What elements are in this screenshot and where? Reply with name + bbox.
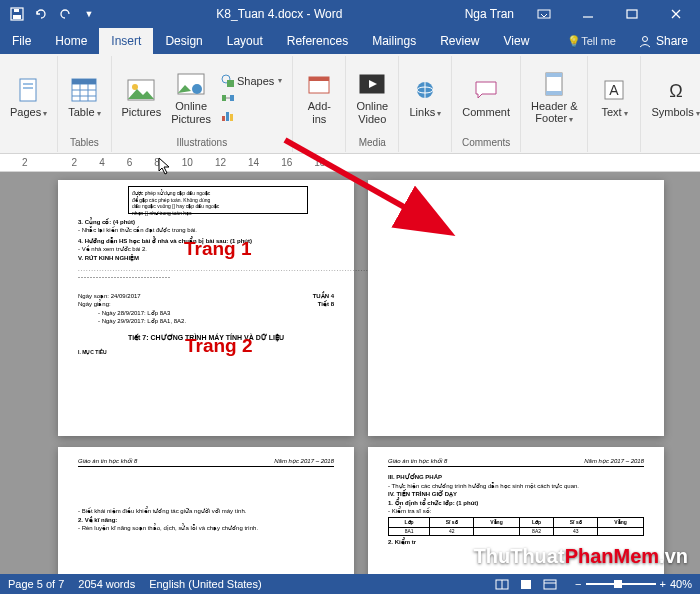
save-icon[interactable] (6, 3, 28, 25)
pictures-icon (127, 76, 155, 104)
minimize-icon[interactable] (568, 0, 608, 28)
tab-view[interactable]: View (492, 28, 542, 54)
tab-design[interactable]: Design (153, 28, 214, 54)
group-label-tables: Tables (70, 137, 99, 150)
addins-label: Add- ins (308, 100, 331, 124)
zoom-level[interactable]: 40% (670, 578, 692, 590)
symbols-button[interactable]: Ω Symbols▾ (647, 74, 700, 121)
svg-rect-9 (20, 79, 36, 101)
text-button[interactable]: A Text▾ (594, 74, 634, 121)
redo-icon[interactable] (54, 3, 76, 25)
page-indicator[interactable]: Page 5 of 7 (8, 578, 64, 590)
header-footer-button[interactable]: Header & Footer▾ (527, 68, 581, 127)
svg-rect-45 (521, 580, 531, 589)
zoom-in-icon[interactable]: + (660, 578, 666, 590)
chart-button[interactable] (217, 107, 286, 123)
ribbon-options-icon[interactable] (524, 0, 564, 28)
svg-rect-2 (14, 9, 19, 12)
page-content: Giáo án tin học khối 8Năm học 2017 – 201… (58, 447, 354, 543)
links-button[interactable]: Links▾ (405, 74, 445, 121)
comment-label: Comment (462, 106, 510, 118)
header-footer-label: Header & Footer▾ (531, 100, 577, 125)
svg-rect-1 (13, 15, 21, 19)
chart-icon (221, 108, 235, 122)
group-pages: Pages▾ (0, 56, 58, 152)
online-video-button[interactable]: Online Video (352, 68, 392, 126)
tell-me-label: Tell me (581, 35, 616, 47)
svg-rect-25 (222, 95, 226, 101)
header-footer-icon (540, 70, 568, 98)
share-button[interactable]: Share (628, 28, 700, 54)
close-icon[interactable] (656, 0, 696, 28)
online-pictures-label: Online Pictures (171, 100, 211, 124)
table-button[interactable]: Table▾ (64, 74, 104, 121)
group-label-pages (27, 137, 30, 150)
qat-customize-icon[interactable]: ▼ (78, 3, 100, 25)
read-mode-icon[interactable] (491, 576, 513, 592)
watermark: ThuThuatPhanMem.vn (474, 545, 688, 568)
smartart-icon (221, 91, 235, 105)
group-header-footer: Header & Footer▾ (521, 56, 588, 152)
zoom-slider[interactable] (586, 583, 656, 585)
svg-rect-26 (230, 95, 234, 101)
group-label-text (613, 137, 616, 150)
shapes-icon (221, 74, 235, 88)
tab-file[interactable]: File (0, 28, 43, 54)
print-layout-icon[interactable] (515, 576, 537, 592)
page-2[interactable]: Giáo án tin học khối 8Năm học 2017 – 201… (58, 447, 354, 574)
statusbar: Page 5 of 7 2054 words English (United S… (0, 574, 700, 594)
zoom-out-icon[interactable]: − (575, 578, 581, 590)
word-count[interactable]: 2054 words (78, 578, 135, 590)
svg-text:Ω: Ω (669, 81, 682, 101)
svg-rect-46 (544, 580, 556, 589)
svg-rect-28 (226, 112, 229, 121)
pages-icon (15, 76, 43, 104)
ribbon-tabs: File Home Insert Design Layout Reference… (0, 28, 700, 54)
svg-point-22 (192, 84, 202, 94)
view-buttons (491, 576, 561, 592)
language-indicator[interactable]: English (United States) (149, 578, 262, 590)
table-label: Table (68, 106, 94, 118)
svg-rect-31 (309, 77, 329, 81)
svg-rect-5 (627, 10, 637, 18)
svg-point-8 (642, 37, 647, 42)
pages-label: Pages (10, 106, 41, 118)
online-pictures-icon (177, 70, 205, 98)
group-label-hf (553, 137, 556, 150)
pages-button[interactable]: Pages▾ (6, 74, 51, 121)
svg-rect-24 (227, 80, 234, 87)
group-label-illustrations: Illustrations (177, 137, 228, 150)
web-layout-icon[interactable] (539, 576, 561, 592)
video-icon (358, 70, 386, 98)
comment-icon (472, 76, 500, 104)
zoom-control[interactable]: − + 40% (575, 578, 692, 590)
comment-button[interactable]: Comment (458, 74, 514, 120)
tab-review[interactable]: Review (428, 28, 491, 54)
undo-icon[interactable] (30, 3, 52, 25)
shapes-label: Shapes (237, 75, 274, 87)
pictures-button[interactable]: Pictures (118, 74, 166, 120)
group-tables: Table▾ Tables (58, 56, 111, 152)
pictures-label: Pictures (122, 106, 162, 118)
annotation-trang-1: Trang 1 (184, 238, 252, 260)
tab-layout[interactable]: Layout (215, 28, 275, 54)
smartart-button[interactable] (217, 90, 286, 106)
link-icon (411, 76, 439, 104)
svg-text:A: A (610, 82, 620, 98)
tab-mailings[interactable]: Mailings (360, 28, 428, 54)
addins-button[interactable]: Add- ins (299, 68, 339, 126)
document-title: K8_Tuan 4.docx - Word (100, 7, 459, 21)
svg-point-20 (132, 84, 138, 90)
tell-me[interactable]: 💡 Tell me (555, 28, 628, 54)
share-icon (638, 34, 652, 48)
tab-home[interactable]: Home (43, 28, 99, 54)
user-name[interactable]: Nga Tran (459, 7, 520, 21)
quick-access-toolbar: ▼ (0, 3, 100, 25)
tab-insert[interactable]: Insert (99, 28, 153, 54)
online-pictures-button[interactable]: Online Pictures (167, 68, 215, 126)
maximize-icon[interactable] (612, 0, 652, 28)
svg-rect-38 (546, 91, 562, 95)
group-text: A Text▾ (588, 56, 641, 152)
tab-references[interactable]: References (275, 28, 360, 54)
shapes-button[interactable]: Shapes▾ (217, 73, 286, 89)
